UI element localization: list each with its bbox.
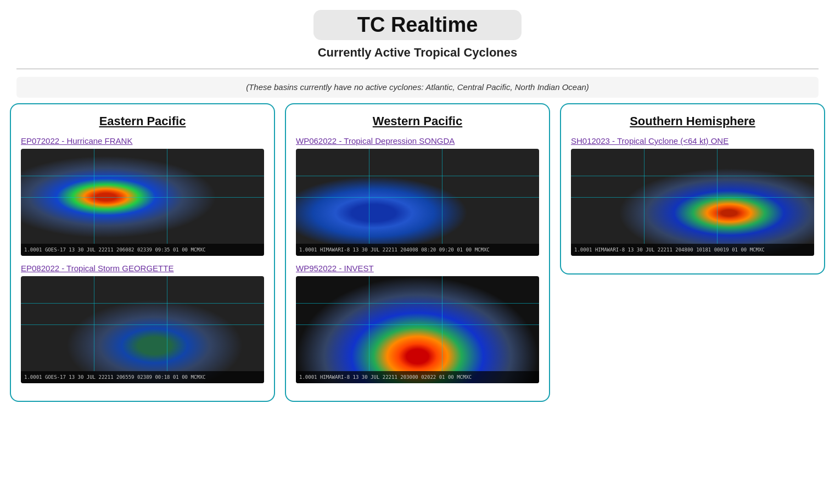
satellite-image-sh012023: 1.0001 HIMAWARI-8 13 30 JUL 22211 204800… <box>571 149 814 256</box>
storm-link-wp952022[interactable]: WP952022 - INVEST <box>296 264 539 273</box>
basin-card-eastern-pacific: Eastern PacificEP072022 - Hurricane FRAN… <box>10 103 275 402</box>
satellite-overlay-text-ep072022: 1.0001 GOES-17 13 30 JUL 22211 206082 02… <box>24 247 206 253</box>
page-header: TC Realtime Currently Active Tropical Cy… <box>0 0 835 63</box>
storm-link-wp062022[interactable]: WP062022 - Tropical Depression SONGDA <box>296 136 539 145</box>
satellite-image-ep072022: 1.0001 GOES-17 13 30 JUL 22211 206082 02… <box>21 149 264 256</box>
satellite-image-wp952022: 1.0001 HIMAWARI-8 13 30 JUL 22211 203000… <box>296 276 539 383</box>
storm-link-ep082022[interactable]: EP082022 - Tropical Storm GEORGETTE <box>21 264 264 273</box>
satellite-image-ep082022: 1.0001 GOES-17 13 30 JUL 22211 206559 02… <box>21 276 264 383</box>
page-title: TC Realtime <box>357 13 478 37</box>
satellite-overlay-text-wp062022: 1.0001 HIMAWARI-8 13 30 JUL 22211 204008… <box>299 247 490 253</box>
satellite-overlay-text-wp952022: 1.0001 HIMAWARI-8 13 30 JUL 22211 203000… <box>299 374 472 380</box>
satellite-overlay-text-sh012023: 1.0001 HIMAWARI-8 13 30 JUL 22211 204800… <box>574 247 765 253</box>
basin-title-eastern-pacific: Eastern Pacific <box>21 114 264 128</box>
basins-row: Eastern PacificEP072022 - Hurricane FRAN… <box>10 103 825 402</box>
page-subtitle: Currently Active Tropical Cyclones <box>0 46 835 60</box>
basin-title-western-pacific: Western Pacific <box>296 114 539 128</box>
basin-card-western-pacific: Western PacificWP062022 - Tropical Depre… <box>285 103 550 402</box>
title-background: TC Realtime <box>313 10 522 40</box>
storm-link-ep072022[interactable]: EP072022 - Hurricane FRANK <box>21 136 264 145</box>
satellite-overlay-text-ep082022: 1.0001 GOES-17 13 30 JUL 22211 206559 02… <box>24 374 206 380</box>
basin-card-southern-hemisphere: Southern HemisphereSH012023 - Tropical C… <box>560 103 825 275</box>
basin-title-southern-hemisphere: Southern Hemisphere <box>571 114 814 128</box>
storm-link-sh012023[interactable]: SH012023 - Tropical Cyclone (<64 kt) ONE <box>571 136 814 145</box>
header-divider <box>16 69 819 69</box>
satellite-image-wp062022: 1.0001 HIMAWARI-8 13 30 JUL 22211 204008… <box>296 149 539 256</box>
no-activity-banner: (These basins currently have no active c… <box>16 77 819 98</box>
no-activity-text: (These basins currently have no active c… <box>246 82 589 92</box>
